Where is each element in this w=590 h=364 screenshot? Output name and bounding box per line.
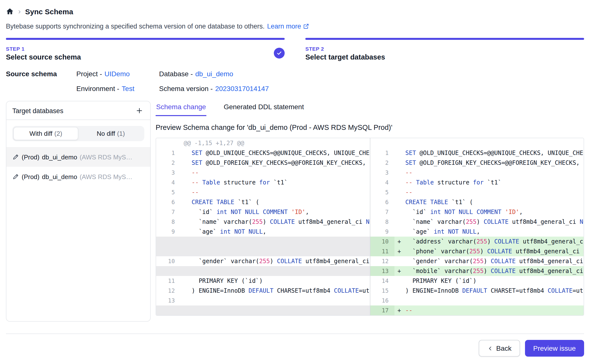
- diff-line-code: [394, 296, 584, 305]
- diff-line-number: 9: [156, 227, 181, 237]
- home-icon[interactable]: [6, 7, 14, 15]
- diff-row: 10+ `address` varchar(255) COLLATE utf8m…: [156, 237, 584, 246]
- diff-line-code: --: [394, 168, 584, 178]
- step-2: STEP 2 Select target databases: [305, 38, 584, 61]
- diff-line-number: 7: [370, 207, 394, 217]
- diff-line-number: 11: [370, 246, 394, 256]
- check-icon: [276, 50, 282, 56]
- plus-icon: [135, 107, 143, 115]
- diff-row: 8 `name` varchar(255) COLLATE utf8mb4_ge…: [156, 217, 584, 227]
- diff-line-code: [181, 237, 370, 246]
- step-2-progress-bar: [305, 38, 584, 40]
- diff-line-code: `name` varchar(255) COLLATE utf8mb4_gene…: [181, 217, 370, 227]
- diff-line-number: 10: [156, 256, 181, 266]
- project-link[interactable]: UIDemo: [104, 70, 130, 78]
- schema-version-link[interactable]: 20230317014147: [215, 85, 269, 92]
- breadcrumb-chevron-icon: ›: [18, 7, 21, 15]
- diff-line-code: -- Table structure for `t1`: [181, 178, 370, 187]
- back-button[interactable]: Back: [478, 340, 520, 357]
- source-schema-heading: Source schema: [6, 70, 76, 93]
- tab-no-diff-count: (1): [117, 130, 125, 137]
- diff-line-number: 5: [156, 187, 181, 197]
- target-databases-header: Target databases: [6, 101, 150, 120]
- source-project-field: Project -UIDemo: [76, 70, 159, 78]
- source-schema-grid: Project -UIDemo Database -db_ui_demo Env…: [76, 70, 269, 93]
- add-target-database-button[interactable]: [134, 106, 144, 116]
- diff-line-number: 10: [370, 237, 394, 246]
- diff-hunk-header: @@ -1,15 +1,27 @@: [181, 138, 370, 148]
- step-1-label: STEP 1: [6, 46, 285, 52]
- main-content: Target databases With diff (2) No diff (…: [6, 101, 584, 322]
- learn-more-link[interactable]: Learn more: [267, 23, 310, 30]
- diff-line-number: 6: [156, 197, 181, 207]
- diff-line-code: SET @OLD_UNIQUE_CHECKS=@@UNIQUE_CHECKS, …: [394, 148, 584, 158]
- diff-line-code: [394, 138, 584, 148]
- environment-label: Environment -: [76, 85, 119, 92]
- diff-line-number: 12: [370, 256, 394, 266]
- target-database-item[interactable]: (Prod)db_ui_demo(AWS RDS MyS…: [6, 167, 150, 186]
- diff-line-number: 3: [370, 168, 394, 178]
- intro: Bytebase supports synchronizing a specif…: [6, 23, 584, 30]
- database-environment: (Prod): [22, 153, 39, 161]
- diff-line-number: [156, 266, 181, 276]
- database-instance: (AWS RDS MyS…: [80, 153, 132, 161]
- target-database-item[interactable]: (Prod)db_ui_demo(AWS RDS MyS…: [6, 147, 150, 167]
- tab-no-diff[interactable]: No diff (1): [78, 127, 143, 140]
- diff-row: 17+--: [156, 305, 584, 315]
- database-environment: (Prod): [22, 173, 39, 180]
- diff-row: @@ -1,15 +1,27 @@: [156, 138, 584, 148]
- diff-row: 13 16: [156, 296, 584, 305]
- diff-line-code: ) ENGINE=InnoDB DEFAULT CHARSET=utf8mb4 …: [181, 286, 370, 296]
- tab-with-diff-label: With diff: [29, 130, 52, 137]
- diff-row: 11+ `phone` varchar(255) COLLATE utf8mb4…: [156, 246, 584, 256]
- environment-link[interactable]: Test: [122, 85, 134, 92]
- footer-actions: Back Preview issue: [6, 334, 584, 357]
- diff-row: 7 `id` int NOT NULL COMMENT 'ID',7 `id` …: [156, 207, 584, 217]
- tab-with-diff-count: (2): [54, 130, 62, 137]
- step-1-title: Select source schema: [6, 53, 285, 61]
- steps: STEP 1 Select source schema STEP 2 Selec…: [6, 38, 584, 61]
- diff-line-code: [181, 246, 370, 256]
- diff-row: 11 PRIMARY KEY (`id`)14 PRIMARY KEY (`id…: [156, 276, 584, 286]
- breadcrumb: › Sync Schema: [6, 5, 584, 18]
- diff-line-number: [156, 305, 181, 315]
- diff-line-code: PRIMARY KEY (`id`): [181, 276, 370, 286]
- diff-line-code: `id` int NOT NULL COMMENT 'ID',: [394, 207, 584, 217]
- tab-no-diff-label: No diff: [97, 130, 115, 137]
- diff-line-number: [156, 246, 181, 256]
- schema-diff-section: Schema change Generated DDL statement Pr…: [156, 101, 584, 316]
- diff-line-number: 12: [156, 286, 181, 296]
- diff-row: 2 SET @OLD_FOREIGN_KEY_CHECKS=@@FOREIGN_…: [156, 158, 584, 168]
- diff-line-number: 8: [370, 217, 394, 227]
- diff-line-number: 14: [370, 276, 394, 286]
- diff-line-number: 16: [370, 296, 394, 305]
- source-environment-field: Environment -Test: [76, 85, 159, 93]
- diff-line-code: --: [181, 168, 370, 178]
- tab-with-diff[interactable]: With diff (2): [13, 127, 78, 140]
- intro-description: Bytebase supports synchronizing a specif…: [6, 23, 265, 30]
- diff-filter-tabs: With diff (2) No diff (1): [12, 126, 144, 141]
- step-1-complete-badge: [274, 48, 285, 59]
- tab-schema-change[interactable]: Schema change: [156, 102, 206, 116]
- step-1: STEP 1 Select source schema: [6, 38, 285, 61]
- diff-line-number: 1: [370, 148, 394, 158]
- diff-line-code: CREATE TABLE `t1` (: [181, 197, 370, 207]
- preview-issue-button[interactable]: Preview issue: [525, 340, 584, 357]
- diff-row: 5 --5 --: [156, 187, 584, 197]
- diff-line-number: 17: [370, 305, 394, 315]
- project-label: Project -: [76, 70, 102, 78]
- diff-line-code: --: [181, 187, 370, 197]
- pencil-icon: [12, 173, 19, 180]
- chevron-left-icon: [487, 345, 493, 351]
- diff-line-number: 8: [156, 217, 181, 227]
- database-label: Database -: [159, 70, 193, 78]
- diff-row: 3 --3 --: [156, 168, 584, 178]
- external-link-icon: [303, 23, 310, 30]
- tab-generated-ddl[interactable]: Generated DDL statement: [223, 102, 304, 116]
- database-link[interactable]: db_ui_demo: [195, 70, 233, 78]
- database-name: db_ui_demo: [42, 153, 77, 161]
- diff-line-code: SET @OLD_FOREIGN_KEY_CHECKS=@@FOREIGN_KE…: [394, 158, 584, 168]
- diff-line-code: `name` varchar(255) COLLATE utf8mb4_gene…: [394, 217, 584, 227]
- diff-preview-title: Preview Schema change for 'db_ui_demo (P…: [156, 123, 584, 131]
- diff-line-number: [156, 138, 181, 148]
